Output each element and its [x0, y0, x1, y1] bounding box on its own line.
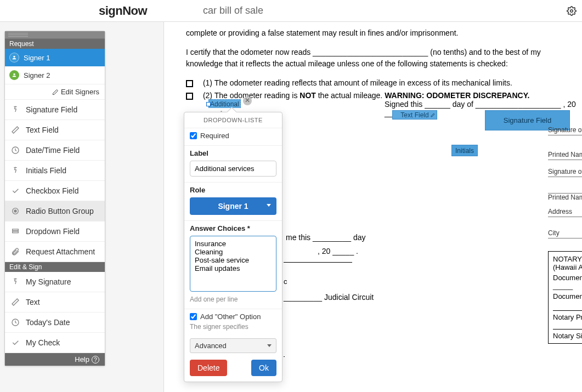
dropdown-settings-popover: DROPDOWN-LISTE Required Label Role Signe… [184, 112, 282, 382]
notary-name: Notary Printed Name [553, 313, 582, 321]
signer-2[interactable]: Signer 2 [5, 66, 105, 84]
paperclip-icon [10, 247, 20, 256]
doc-text: , 20 _____ . [318, 246, 358, 257]
tool-mycheck[interactable]: My Check [5, 333, 105, 353]
form-label: Printed Name of Seller [548, 194, 582, 201]
svg-point-1 [13, 56, 15, 58]
doc-text: I certify that the odometer now reads __… [186, 47, 571, 70]
close-icon[interactable]: ✕ [243, 96, 252, 105]
signature-icon [10, 277, 20, 286]
tool-todaysdate[interactable]: Today's Date [5, 313, 105, 333]
signer-label: Signer 2 [24, 71, 50, 79]
field-attachment[interactable]: Request Attachment [5, 242, 105, 262]
help-icon: ? [92, 356, 99, 363]
required-label: Required [200, 132, 229, 140]
form-label: Printed Name of Seller [548, 151, 582, 158]
notary-title: NOTARY CERTIFICATION: [553, 255, 582, 263]
radio-icon [10, 207, 20, 215]
dropdown-token[interactable]: Additional ✕ ✥ [208, 99, 241, 109]
person-icon [9, 70, 19, 80]
checkbox-icon [186, 93, 193, 100]
resize-handle-icon[interactable] [206, 102, 211, 106]
form-value: Peter [548, 184, 582, 193]
ok-button[interactable]: Ok [251, 360, 276, 376]
notary-sig: Notary Signature [553, 332, 582, 340]
field-signature[interactable]: Signature Field [5, 100, 105, 120]
editsign-header: Edit & Sign [5, 262, 105, 272]
doc-text: me this _________ day [286, 232, 366, 243]
delete-button[interactable]: Delete [190, 360, 227, 376]
text-field-chip[interactable]: Text Field [392, 110, 437, 120]
fields-sidebar: Request Signer 1 Signer 2 Edit Signers S… [4, 31, 105, 366]
doc-text: complete or providing a false statement … [186, 27, 571, 39]
svg-point-0 [570, 9, 573, 12]
svg-point-5 [14, 210, 16, 212]
doc-text: _________ Judicial Circuit [284, 292, 374, 303]
gear-icon[interactable] [567, 6, 577, 16]
app-logo: signNow [99, 4, 147, 18]
field-initials[interactable]: Initials Field [5, 161, 105, 181]
chevron-down-icon [267, 204, 271, 207]
help-button[interactable]: Help? [5, 353, 105, 366]
dropdown-icon [10, 227, 20, 236]
doc-text: (1) The odometer reading reflects that a… [203, 78, 512, 87]
required-checkbox[interactable] [190, 132, 197, 139]
form-label: City [548, 229, 560, 237]
initials-icon [10, 166, 20, 175]
label-label: Label [190, 149, 276, 157]
form-fields: Signature of Seller Printed Name of Sell… [548, 120, 582, 238]
notary-box: NOTARY CERTIFICATION: (Hawaii Administra… [548, 251, 582, 344]
field-checkbox[interactable]: Checkbox Field [5, 181, 105, 201]
other-label: Add "Other" Option [200, 313, 261, 321]
doc-text: c [284, 276, 287, 287]
svg-point-2 [13, 73, 15, 75]
form-label: Signature of Seller [548, 168, 582, 175]
check-icon [10, 338, 20, 347]
other-checkbox[interactable] [190, 313, 197, 320]
request-header: Request [5, 39, 105, 49]
dropdown-token-label: Additional [208, 99, 241, 108]
field-datetime[interactable]: Date/Time Field [5, 140, 105, 161]
topbar: signNow car bill of sale [0, 0, 582, 22]
tool-text[interactable]: Text [5, 292, 105, 313]
drag-handle-icon[interactable] [5, 31, 105, 39]
clock-icon [10, 318, 20, 327]
chevron-down-icon [267, 344, 272, 347]
check-icon [10, 186, 20, 195]
notary-rules: (Hawaii Administrative Rules §5-11-8) [553, 263, 582, 271]
signer-label: Signer 1 [24, 54, 50, 62]
edit-signers[interactable]: Edit Signers [5, 84, 105, 100]
svg-rect-6 [13, 229, 19, 231]
initials-chip[interactable]: Initials [451, 145, 478, 156]
clock-icon [10, 146, 20, 155]
document-title[interactable]: car bill of sale [203, 5, 263, 16]
popover-title: DROPDOWN-LISTE [184, 112, 282, 128]
tool-mysignature[interactable]: My Signature [5, 272, 105, 292]
field-radio[interactable]: Radio Button Group [5, 201, 105, 221]
form-label: Signature of Seller [548, 126, 582, 134]
label-input[interactable] [190, 161, 276, 177]
other-hint: The signer specifies [190, 323, 276, 331]
advanced-toggle[interactable]: Advanced [190, 338, 276, 353]
field-text[interactable]: Text Field [5, 120, 105, 140]
choices-hint: Add one per line [190, 296, 276, 303]
signer-1[interactable]: Signer 1 [5, 49, 105, 66]
checkbox-icon [186, 80, 193, 87]
choices-label: Answer Choices * [190, 224, 276, 232]
form-label: Address [548, 208, 572, 215]
field-dropdown[interactable]: Dropdown Field [5, 221, 105, 242]
signature-icon [10, 105, 20, 114]
person-icon [9, 53, 19, 63]
text-icon [10, 126, 20, 134]
edit-signers-label: Edit Signers [61, 88, 99, 96]
role-select[interactable]: Signer 1 [190, 197, 276, 215]
svg-rect-7 [13, 231, 19, 233]
notary-desc: DocumentDescription: ___________________… [553, 292, 582, 300]
role-label: Role [190, 186, 276, 194]
notary-docdate: Document Date: _________________ No. Pag… [553, 274, 582, 290]
choices-textarea[interactable] [190, 236, 276, 292]
text-icon [10, 298, 20, 306]
